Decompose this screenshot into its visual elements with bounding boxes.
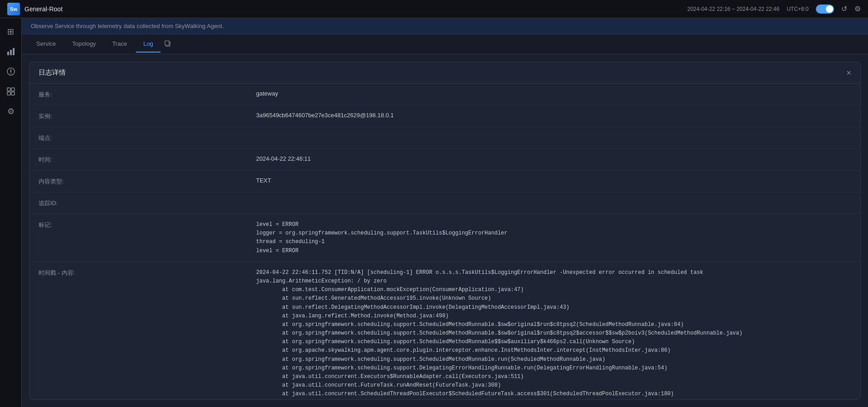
detail-modal: 日志详情 × 服务:gateway实例:3a96549cb6474607be27…	[29, 62, 861, 400]
sidebar: ⊞ ⚙	[0, 18, 22, 407]
detail-label: 时间:	[39, 155, 256, 164]
sidebar-item-alert[interactable]	[3, 63, 19, 80]
refresh-icon[interactable]: ↺	[841, 5, 847, 13]
detail-label: 实例:	[39, 112, 256, 120]
detail-label: 服务:	[39, 90, 256, 99]
detail-value: gateway	[256, 90, 851, 97]
svg-rect-0	[7, 52, 9, 55]
tab-service-label: Service	[36, 40, 56, 47]
svg-rect-8	[7, 92, 10, 95]
timezone: UTC+8:0	[787, 6, 809, 12]
detail-value: level = ERROR logger = org.springframewo…	[256, 220, 851, 255]
detail-value: TEXT	[256, 177, 851, 184]
svg-point-5	[10, 73, 11, 74]
tab-topology-label: Topology	[72, 40, 96, 47]
sidebar-item-dashboard[interactable]	[3, 83, 19, 100]
header-left: Sw General-Root	[7, 3, 63, 15]
datetime-range: 2024-04-22 22:16 ~ 2024-04-22 22:46	[687, 6, 779, 12]
detail-row: 追踪ID:	[29, 192, 860, 214]
svg-rect-9	[11, 92, 15, 95]
main-content: Observe Service through telemetry data c…	[22, 18, 868, 407]
layout: ⊞ ⚙ Obse	[0, 18, 868, 407]
banner: Observe Service through telemetry data c…	[22, 18, 868, 34]
tab-log-label: Log	[143, 40, 153, 47]
svg-rect-7	[11, 88, 15, 91]
sidebar-item-grid[interactable]: ⊞	[3, 24, 19, 40]
detail-row: 端点:	[29, 127, 860, 149]
detail-value: 3a96549cb6474607be27e3ce481c2629@198.18.…	[256, 112, 851, 119]
detail-row: 时间:2024-04-22 22:46:11	[29, 149, 860, 171]
tab-service[interactable]: Service	[29, 36, 63, 53]
tab-log[interactable]: Log	[136, 36, 160, 53]
banner-text: Observe Service through telemetry data c…	[31, 23, 224, 29]
detail-row: 实例:3a96549cb6474607be27e3ce481c2629@198.…	[29, 105, 860, 127]
detail-label: 标记:	[39, 220, 256, 229]
detail-card-title: 日志详情	[39, 68, 66, 77]
detail-value: 2024-04-22 22:46:11.752 [TID:N/A] [sched…	[256, 268, 851, 400]
close-button[interactable]: ×	[846, 69, 851, 77]
detail-card-header: 日志详情 ×	[29, 62, 860, 84]
detail-label: 时间戳 - 内容:	[39, 268, 256, 277]
detail-label: 追踪ID:	[39, 199, 256, 207]
svg-rect-1	[10, 50, 12, 55]
app-title: General-Root	[24, 5, 63, 13]
detail-row: 时间戳 - 内容:2024-04-22 22:46:11.752 [TID:N/…	[29, 262, 860, 400]
auto-refresh-toggle[interactable]	[816, 5, 834, 14]
detail-value: 2024-04-22 22:46:11	[256, 155, 851, 162]
header-right: 2024-04-22 22:16 ~ 2024-04-22 22:46 UTC+…	[687, 5, 861, 14]
copy-icon[interactable]	[164, 40, 171, 48]
svg-rect-6	[7, 88, 10, 91]
tab-trace[interactable]: Trace	[105, 36, 134, 53]
top-settings-icon[interactable]: ⚙	[854, 5, 861, 13]
detail-row: 服务:gateway	[29, 84, 860, 105]
tab-topology[interactable]: Topology	[65, 36, 103, 53]
detail-label: 内容类型:	[39, 177, 256, 186]
sidebar-item-chart[interactable]	[3, 43, 19, 60]
detail-row: 标记:level = ERROR logger = org.springfram…	[29, 214, 860, 262]
detail-label: 端点:	[39, 134, 256, 142]
detail-body: 服务:gateway实例:3a96549cb6474607be27e3ce481…	[29, 84, 860, 400]
detail-row: 内容类型:TEXT	[29, 171, 860, 192]
svg-rect-2	[13, 48, 15, 55]
tab-trace-label: Trace	[112, 40, 127, 47]
svg-rect-11	[165, 41, 169, 45]
top-header: Sw General-Root 2024-04-22 22:16 ~ 2024-…	[0, 0, 868, 18]
sidebar-item-settings[interactable]: ⚙	[3, 103, 19, 120]
tab-bar: Service Topology Trace Log	[22, 34, 868, 54]
sw-logo: Sw	[7, 3, 20, 15]
